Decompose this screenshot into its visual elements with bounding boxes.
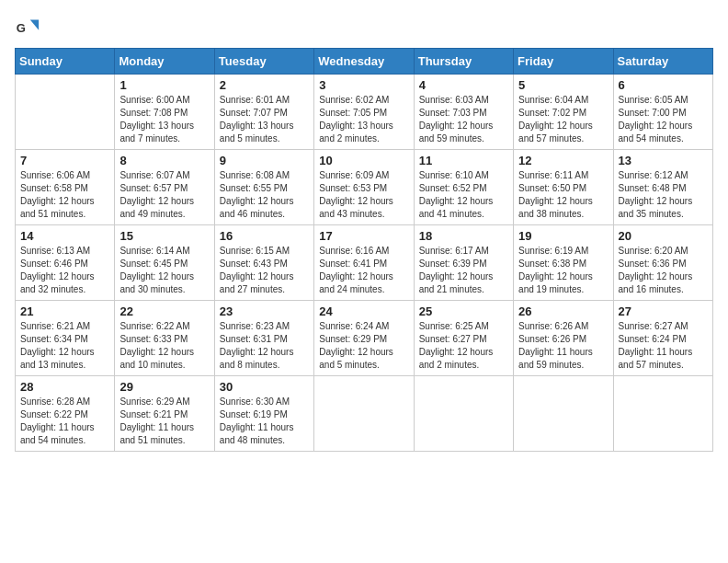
day-info: Sunrise: 6:15 AM Sunset: 6:43 PM Dayligh…	[220, 245, 309, 296]
day-info: Sunrise: 6:30 AM Sunset: 6:19 PM Dayligh…	[220, 396, 309, 447]
calendar-cell: 6Sunrise: 6:05 AM Sunset: 7:00 PM Daylig…	[613, 75, 712, 150]
header-monday: Monday	[115, 49, 214, 75]
day-number: 29	[119, 380, 209, 394]
calendar-cell: 18Sunrise: 6:17 AM Sunset: 6:39 PM Dayli…	[414, 225, 513, 301]
day-number: 16	[220, 229, 309, 243]
header-saturday: Saturday	[613, 49, 712, 75]
day-info: Sunrise: 6:09 AM Sunset: 6:53 PM Dayligh…	[319, 169, 408, 221]
day-number: 8	[119, 154, 209, 167]
day-info: Sunrise: 6:12 AM Sunset: 6:48 PM Dayligh…	[619, 169, 708, 221]
header-friday: Friday	[514, 49, 613, 75]
week-row-3: 14Sunrise: 6:13 AM Sunset: 6:46 PM Dayli…	[16, 225, 713, 301]
calendar-cell: 21Sunrise: 6:21 AM Sunset: 6:34 PM Dayli…	[16, 301, 115, 376]
day-info: Sunrise: 6:11 AM Sunset: 6:50 PM Dayligh…	[518, 169, 608, 221]
day-info: Sunrise: 6:02 AM Sunset: 7:05 PM Dayligh…	[319, 94, 408, 145]
day-number: 9	[220, 154, 309, 167]
day-info: Sunrise: 6:08 AM Sunset: 6:55 PM Dayligh…	[220, 169, 309, 221]
day-info: Sunrise: 6:26 AM Sunset: 6:26 PM Dayligh…	[518, 320, 608, 372]
day-number: 24	[319, 304, 408, 318]
calendar-cell	[314, 376, 414, 452]
day-number: 28	[20, 380, 109, 394]
day-number: 7	[20, 154, 109, 167]
day-info: Sunrise: 6:00 AM Sunset: 7:08 PM Dayligh…	[119, 94, 209, 145]
calendar-cell: 19Sunrise: 6:19 AM Sunset: 6:38 PM Dayli…	[514, 225, 613, 301]
day-number: 5	[518, 78, 608, 92]
day-info: Sunrise: 6:06 AM Sunset: 6:58 PM Dayligh…	[20, 169, 109, 221]
day-number: 6	[619, 78, 708, 92]
day-info: Sunrise: 6:13 AM Sunset: 6:46 PM Dayligh…	[20, 245, 109, 296]
calendar-cell: 29Sunrise: 6:29 AM Sunset: 6:21 PM Dayli…	[115, 376, 214, 452]
day-info: Sunrise: 6:03 AM Sunset: 7:03 PM Dayligh…	[419, 94, 508, 145]
calendar-cell	[414, 376, 513, 452]
calendar-cell	[16, 75, 115, 150]
calendar-cell	[514, 376, 613, 452]
calendar-cell: 5Sunrise: 6:04 AM Sunset: 7:02 PM Daylig…	[514, 75, 613, 150]
calendar-cell: 10Sunrise: 6:09 AM Sunset: 6:53 PM Dayli…	[314, 150, 414, 225]
calendar-cell	[613, 376, 712, 452]
day-info: Sunrise: 6:20 AM Sunset: 6:36 PM Dayligh…	[619, 245, 708, 296]
day-number: 25	[419, 304, 508, 318]
calendar-cell: 3Sunrise: 6:02 AM Sunset: 7:05 PM Daylig…	[314, 75, 414, 150]
calendar-cell: 2Sunrise: 6:01 AM Sunset: 7:07 PM Daylig…	[214, 75, 313, 150]
day-number: 26	[518, 304, 608, 318]
day-info: Sunrise: 6:29 AM Sunset: 6:21 PM Dayligh…	[119, 396, 209, 447]
calendar-cell: 15Sunrise: 6:14 AM Sunset: 6:45 PM Dayli…	[115, 225, 214, 301]
page-header: G	[15, 15, 713, 40]
day-info: Sunrise: 6:27 AM Sunset: 6:24 PM Dayligh…	[619, 320, 708, 372]
day-number: 23	[220, 304, 309, 318]
day-info: Sunrise: 6:16 AM Sunset: 6:41 PM Dayligh…	[319, 245, 408, 296]
svg-text:G: G	[17, 21, 26, 35]
day-info: Sunrise: 6:19 AM Sunset: 6:38 PM Dayligh…	[518, 245, 608, 296]
days-header-row: SundayMondayTuesdayWednesdayThursdayFrid…	[16, 49, 713, 75]
calendar-cell: 30Sunrise: 6:30 AM Sunset: 6:19 PM Dayli…	[214, 376, 313, 452]
header-tuesday: Tuesday	[214, 49, 313, 75]
calendar-cell: 24Sunrise: 6:24 AM Sunset: 6:29 PM Dayli…	[314, 301, 414, 376]
day-info: Sunrise: 6:28 AM Sunset: 6:22 PM Dayligh…	[20, 396, 109, 447]
day-number: 1	[119, 78, 209, 92]
day-number: 19	[518, 229, 608, 243]
calendar-cell: 20Sunrise: 6:20 AM Sunset: 6:36 PM Dayli…	[613, 225, 712, 301]
week-row-1: 1Sunrise: 6:00 AM Sunset: 7:08 PM Daylig…	[16, 75, 713, 150]
day-info: Sunrise: 6:04 AM Sunset: 7:02 PM Dayligh…	[518, 94, 608, 145]
day-number: 30	[220, 380, 309, 394]
day-number: 13	[619, 154, 708, 167]
calendar-cell: 16Sunrise: 6:15 AM Sunset: 6:43 PM Dayli…	[214, 225, 313, 301]
header-thursday: Thursday	[414, 49, 513, 75]
day-info: Sunrise: 6:07 AM Sunset: 6:57 PM Dayligh…	[119, 169, 209, 221]
calendar-cell: 12Sunrise: 6:11 AM Sunset: 6:50 PM Dayli…	[514, 150, 613, 225]
calendar-cell: 13Sunrise: 6:12 AM Sunset: 6:48 PM Dayli…	[613, 150, 712, 225]
day-info: Sunrise: 6:21 AM Sunset: 6:34 PM Dayligh…	[20, 320, 109, 372]
calendar-cell: 26Sunrise: 6:26 AM Sunset: 6:26 PM Dayli…	[514, 301, 613, 376]
day-info: Sunrise: 6:01 AM Sunset: 7:07 PM Dayligh…	[220, 94, 309, 145]
calendar-cell: 25Sunrise: 6:25 AM Sunset: 6:27 PM Dayli…	[414, 301, 513, 376]
calendar-cell: 22Sunrise: 6:22 AM Sunset: 6:33 PM Dayli…	[115, 301, 214, 376]
day-info: Sunrise: 6:24 AM Sunset: 6:29 PM Dayligh…	[319, 320, 408, 372]
calendar-cell: 14Sunrise: 6:13 AM Sunset: 6:46 PM Dayli…	[16, 225, 115, 301]
day-number: 4	[419, 78, 508, 92]
calendar-cell: 11Sunrise: 6:10 AM Sunset: 6:52 PM Dayli…	[414, 150, 513, 225]
day-number: 2	[220, 78, 309, 92]
calendar-cell: 1Sunrise: 6:00 AM Sunset: 7:08 PM Daylig…	[115, 75, 214, 150]
day-info: Sunrise: 6:23 AM Sunset: 6:31 PM Dayligh…	[220, 320, 309, 372]
week-row-5: 28Sunrise: 6:28 AM Sunset: 6:22 PM Dayli…	[16, 376, 713, 452]
calendar-cell: 23Sunrise: 6:23 AM Sunset: 6:31 PM Dayli…	[214, 301, 313, 376]
calendar-cell: 8Sunrise: 6:07 AM Sunset: 6:57 PM Daylig…	[115, 150, 214, 225]
svg-marker-1	[30, 20, 39, 30]
day-number: 18	[419, 229, 508, 243]
week-row-2: 7Sunrise: 6:06 AM Sunset: 6:58 PM Daylig…	[16, 150, 713, 225]
day-info: Sunrise: 6:25 AM Sunset: 6:27 PM Dayligh…	[419, 320, 508, 372]
day-number: 10	[319, 154, 408, 167]
header-wednesday: Wednesday	[314, 49, 414, 75]
day-number: 27	[619, 304, 708, 318]
day-info: Sunrise: 6:14 AM Sunset: 6:45 PM Dayligh…	[119, 245, 209, 296]
calendar-cell: 9Sunrise: 6:08 AM Sunset: 6:55 PM Daylig…	[214, 150, 313, 225]
day-number: 22	[119, 304, 209, 318]
logo: G	[15, 15, 44, 40]
week-row-4: 21Sunrise: 6:21 AM Sunset: 6:34 PM Dayli…	[16, 301, 713, 376]
day-info: Sunrise: 6:05 AM Sunset: 7:00 PM Dayligh…	[619, 94, 708, 145]
day-number: 14	[20, 229, 109, 243]
calendar-cell: 7Sunrise: 6:06 AM Sunset: 6:58 PM Daylig…	[16, 150, 115, 225]
day-number: 11	[419, 154, 508, 167]
day-number: 12	[518, 154, 608, 167]
calendar-table: SundayMondayTuesdayWednesdayThursdayFrid…	[15, 48, 713, 452]
